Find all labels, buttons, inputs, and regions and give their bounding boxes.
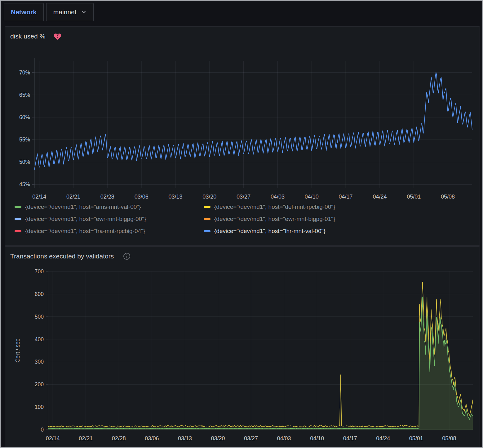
x-tick-label: 03/06 bbox=[145, 435, 159, 441]
y-tick-label: 600 bbox=[35, 291, 44, 297]
panel-disk-used-header: disk used % bbox=[5, 27, 480, 42]
disk-used-series-line bbox=[34, 72, 472, 169]
y-tick-label: 200 bbox=[35, 381, 44, 388]
yellow-series-line bbox=[48, 282, 473, 427]
y-tick-label: 55% bbox=[19, 137, 30, 143]
y-axis-title: Cert / sec bbox=[15, 338, 21, 362]
y-tick-label: 60% bbox=[19, 114, 30, 120]
disk-used-legend: {device="/dev/md1", host="ams-mnt-val-00… bbox=[15, 204, 475, 240]
dashboard-variable-controls: Network mainnet bbox=[4, 3, 94, 21]
legend-item[interactable]: {device="/dev/md1", host="lhr-mnt-val-00… bbox=[204, 228, 380, 235]
alert-broken-heart-icon[interactable] bbox=[53, 33, 62, 40]
x-tick-label: 02/14 bbox=[46, 435, 60, 441]
x-tick-label: 03/27 bbox=[237, 194, 250, 200]
legend-label[interactable]: {device="/dev/md1", host="lhr-mnt-val-00… bbox=[214, 228, 326, 235]
x-tick-label: 03/20 bbox=[211, 435, 225, 441]
network-variable-dropdown[interactable]: mainnet bbox=[46, 3, 94, 21]
legend-item[interactable]: {device="/dev/md1", host="ewr-mnt-bigpg-… bbox=[204, 216, 380, 222]
y-tick-label: 300 bbox=[35, 359, 44, 365]
variable-label-text: Network bbox=[11, 8, 37, 16]
grafana-dashboard: { "controls": { "network_label": "Networ… bbox=[0, 0, 483, 448]
legend-item[interactable]: {device="/dev/md1", host="ewr-mnt-bigpg-… bbox=[15, 216, 191, 222]
x-tick-label: 02/21 bbox=[79, 435, 93, 441]
x-tick-label: 02/28 bbox=[112, 435, 126, 441]
x-tick-label: 03/13 bbox=[178, 435, 192, 441]
legend-swatch-icon bbox=[204, 206, 210, 208]
x-tick-label: 05/01 bbox=[409, 435, 423, 441]
x-tick-label: 04/03 bbox=[271, 194, 285, 200]
transactions-chart[interactable]: 010020030040050060070002/1402/2102/2803/… bbox=[10, 262, 475, 448]
x-tick-label: 04/03 bbox=[277, 435, 291, 441]
legend-swatch-icon bbox=[15, 218, 21, 220]
disk-used-chart[interactable]: 45%50%55%60%65%70%02/1402/2102/2803/0603… bbox=[10, 42, 475, 200]
x-tick-label: 04/17 bbox=[339, 194, 353, 200]
y-tick-label: 45% bbox=[19, 181, 30, 187]
chevron-down-icon bbox=[81, 9, 86, 15]
x-tick-label: 04/24 bbox=[373, 194, 387, 200]
x-tick-label: 02/14 bbox=[32, 194, 46, 200]
variable-label-network: Network bbox=[4, 3, 44, 21]
x-tick-label: 04/24 bbox=[376, 435, 390, 441]
legend-swatch-icon bbox=[15, 206, 21, 208]
x-tick-label: 05/01 bbox=[407, 194, 421, 200]
y-tick-label: 0 bbox=[41, 427, 44, 433]
legend-label[interactable]: {device="/dev/md1", host="del-mnt-rpcbig… bbox=[214, 204, 335, 210]
x-tick-label: 03/06 bbox=[135, 194, 148, 200]
x-tick-label: 04/10 bbox=[305, 194, 319, 200]
panel-transactions: Transactions executed by validators 0100… bbox=[5, 246, 480, 448]
x-tick-label: 03/27 bbox=[244, 435, 258, 441]
legend-item[interactable]: {device="/dev/md1", host="ams-mnt-val-00… bbox=[15, 204, 191, 210]
legend-label[interactable]: {device="/dev/md1", host="ewr-mnt-bigpg-… bbox=[25, 216, 146, 222]
x-tick-label: 05/08 bbox=[441, 194, 455, 200]
panel-title[interactable]: Transactions executed by validators bbox=[10, 253, 114, 260]
y-tick-label: 65% bbox=[19, 92, 30, 98]
x-tick-label: 04/17 bbox=[343, 435, 357, 441]
x-tick-label: 02/28 bbox=[100, 194, 114, 200]
legend-item[interactable]: {device="/dev/md1", host="fra-mnt-rpcbig… bbox=[15, 228, 191, 235]
legend-label[interactable]: {device="/dev/md1", host="ewr-mnt-bigpg-… bbox=[214, 216, 335, 222]
x-tick-label: 04/10 bbox=[310, 435, 324, 441]
legend-swatch-icon bbox=[15, 230, 21, 232]
y-tick-label: 100 bbox=[35, 404, 44, 410]
y-tick-label: 70% bbox=[19, 69, 30, 76]
y-tick-label: 700 bbox=[35, 268, 44, 275]
panel-transactions-header: Transactions executed by validators bbox=[5, 247, 480, 262]
x-tick-label: 03/13 bbox=[168, 194, 182, 200]
info-circle-icon[interactable] bbox=[123, 253, 131, 260]
legend-swatch-icon bbox=[204, 218, 210, 220]
legend-swatch-icon bbox=[204, 230, 210, 232]
x-tick-label: 05/08 bbox=[442, 435, 456, 441]
yellow-series-fill bbox=[48, 282, 473, 430]
y-tick-label: 500 bbox=[35, 314, 44, 320]
y-tick-label: 400 bbox=[35, 336, 44, 343]
legend-label[interactable]: {device="/dev/md1", host="ams-mnt-val-00… bbox=[25, 204, 141, 210]
y-tick-label: 50% bbox=[19, 159, 30, 165]
legend-label[interactable]: {device="/dev/md1", host="fra-mnt-rpcbig… bbox=[25, 228, 145, 235]
variable-value-text: mainnet bbox=[53, 8, 77, 16]
panel-title[interactable]: disk used % bbox=[10, 33, 45, 40]
legend-item[interactable]: {device="/dev/md1", host="del-mnt-rpcbig… bbox=[204, 204, 380, 210]
panel-disk-used: disk used % 45%50%55%60%65%70%02/1402/21… bbox=[5, 26, 480, 246]
x-tick-label: 02/21 bbox=[66, 194, 80, 200]
x-tick-label: 03/20 bbox=[202, 194, 216, 200]
